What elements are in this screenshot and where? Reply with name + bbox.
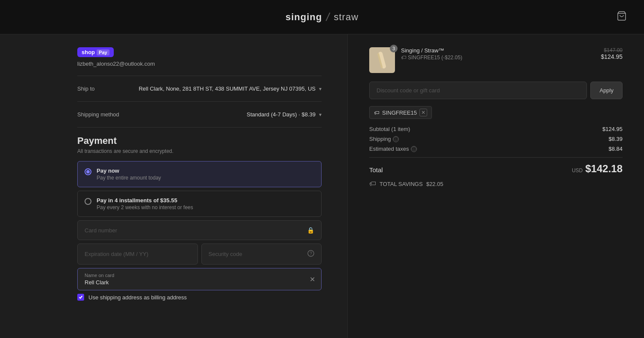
discount-input[interactable] (369, 82, 587, 99)
pay-now-label: Pay now (97, 167, 161, 174)
total-currency: USD (572, 167, 583, 174)
shop-pay-email: lizbeth_alonso22@outlook.com (77, 61, 322, 67)
item-original-price: $147.00 (601, 47, 623, 53)
card-row: ? (77, 244, 322, 268)
security-input[interactable] (209, 251, 308, 257)
installments-option[interactable]: Pay in 4 installments of $35.55 Pay ever… (77, 191, 322, 217)
discount-row: Apply (369, 82, 623, 99)
shipping-label: Shipping ⓘ (369, 136, 399, 142)
pay-badge: Pay (97, 49, 109, 55)
shipping-row: Shipping ⓘ $8.39 (369, 136, 623, 142)
taxes-label: Estimated taxes ⓘ (369, 146, 417, 152)
total-value: USD $142.18 (572, 163, 623, 175)
applied-discount-tag: 🏷 SINGFREE15 ✕ (369, 106, 432, 119)
total-row: Total USD $142.18 (369, 157, 623, 175)
subtotal-value: $124.95 (602, 126, 623, 132)
shop-pay-section: shop Pay lizbeth_alonso22@outlook.com (77, 47, 322, 67)
card-number-input[interactable] (85, 227, 307, 234)
item-prices: $147.00 $124.95 (601, 47, 623, 60)
installments-radio[interactable] (85, 198, 91, 205)
name-clear-button[interactable]: ✕ (310, 275, 315, 283)
savings-row: 🏷 TOTAL SAVINGS $22.05 (369, 180, 623, 188)
item-final-price: $124.95 (601, 53, 623, 60)
pay-now-radio[interactable] (85, 168, 91, 175)
lock-icon: 🔒 (307, 227, 314, 234)
installments-sub: Pay every 2 weeks with no interest or fe… (97, 204, 193, 210)
billing-checkbox-row[interactable]: Use shipping address as billing address (77, 294, 322, 301)
name-on-card-field[interactable]: Name on card ✕ (77, 268, 322, 290)
ship-to-address: Rell Clark, None, 281 8TH ST, 438 SUMMIT… (139, 85, 316, 92)
cart-icon[interactable] (617, 11, 627, 24)
ship-to-chevron: ▾ (319, 86, 322, 92)
shipping-method-section[interactable]: Shipping method Standard (4-7 Days) · $8… (77, 110, 322, 119)
divider-1 (77, 76, 322, 76)
applied-code-text: SINGFREE15 (382, 110, 417, 116)
billing-checkbox-label: Use shipping address as billing address (88, 294, 187, 301)
savings-icon: 🏷 (369, 180, 376, 188)
main-layout: shop Pay lizbeth_alonso22@outlook.com Sh… (0, 34, 644, 338)
right-panel: 3 Singing / Straw™ 🏷 SINGFREE15 (-$22.05… (348, 34, 644, 338)
security-field[interactable]: ? (201, 244, 322, 265)
item-image-wrapper: 3 (369, 47, 395, 73)
pay-now-sub: Pay the entire amount today (97, 175, 161, 181)
savings-value: $22.05 (426, 181, 444, 187)
logo-straw: straw (334, 12, 359, 23)
item-discount: 🏷 SINGFREE15 (-$22.05) (401, 55, 595, 61)
taxes-row: Estimated taxes ⓘ $8.84 (369, 146, 623, 152)
shop-label: shop (82, 49, 95, 55)
expiry-field[interactable] (77, 244, 198, 265)
ship-to-title: Ship to (77, 85, 94, 92)
savings-label: TOTAL SAVINGS (380, 181, 423, 187)
header: singing / straw (0, 0, 644, 34)
security-help-icon[interactable]: ? (307, 250, 314, 258)
billing-checkbox[interactable] (77, 294, 84, 301)
svg-text:?: ? (310, 251, 312, 256)
name-on-card-label: Name on card (85, 273, 314, 278)
item-quantity-badge: 3 (390, 45, 398, 52)
card-number-field[interactable]: 🔒 (77, 220, 322, 240)
ship-to-section[interactable]: Ship to Rell Clark, None, 281 8TH ST, 43… (77, 84, 322, 94)
total-amount: $142.18 (585, 163, 623, 175)
item-discount-text: SINGFREE15 (-$22.05) (408, 55, 462, 61)
subtotal-label: Subtotal (1 item) (369, 126, 410, 132)
installments-details: Pay in 4 installments of $35.55 Pay ever… (97, 197, 193, 210)
divider-2 (77, 101, 322, 102)
discount-shield-icon: 🏷 (401, 55, 406, 61)
expiry-input[interactable] (85, 251, 191, 257)
logo-slash: / (322, 9, 334, 25)
left-panel: shop Pay lizbeth_alonso22@outlook.com Sh… (0, 34, 348, 338)
installments-label: Pay in 4 installments of $35.55 (97, 197, 193, 204)
total-label: Total (369, 166, 383, 174)
subtotal-row: Subtotal (1 item) $124.95 (369, 126, 623, 132)
shipping-value: $8.39 (608, 136, 623, 142)
apply-button[interactable]: Apply (590, 82, 623, 99)
shipping-chevron: ▾ (319, 112, 322, 118)
payment-title: Payment (77, 135, 322, 146)
shipping-method-value: Standard (4-7 Days) · $8.39 (247, 111, 316, 118)
taxes-value: $8.84 (608, 146, 623, 152)
shipping-method-title: Shipping method (77, 111, 119, 118)
payment-section: Payment All transactions are secure and … (77, 135, 322, 301)
shop-pay-button[interactable]: shop Pay (77, 47, 114, 57)
divider-3 (77, 127, 322, 128)
order-item: 3 Singing / Straw™ 🏷 SINGFREE15 (-$22.05… (369, 47, 623, 73)
shipping-info-icon[interactable]: ⓘ (393, 136, 399, 142)
pay-now-option[interactable]: Pay now Pay the entire amount today (77, 161, 322, 187)
name-on-card-input[interactable] (85, 279, 314, 286)
taxes-info-icon[interactable]: ⓘ (411, 146, 417, 152)
pay-now-details: Pay now Pay the entire amount today (97, 167, 161, 181)
item-name: Singing / Straw™ (401, 47, 595, 54)
logo-singing: singing (286, 12, 322, 23)
payment-subtitle: All transactions are secure and encrypte… (77, 148, 322, 154)
tag-discount-icon: 🏷 (374, 110, 380, 116)
remove-discount-button[interactable]: ✕ (419, 109, 427, 116)
logo: singing / straw (286, 10, 358, 24)
item-details: Singing / Straw™ 🏷 SINGFREE15 (-$22.05) (401, 47, 595, 61)
